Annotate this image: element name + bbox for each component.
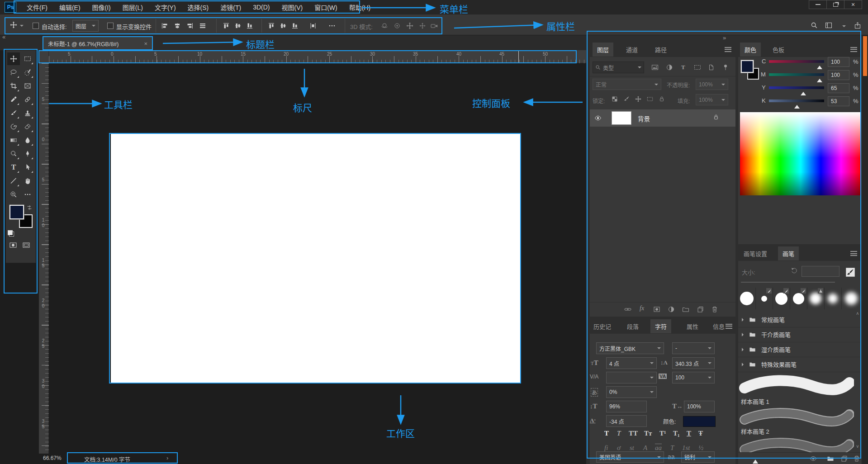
- zoom-level[interactable]: 66.67%: [43, 455, 62, 461]
- swash-button[interactable]: A: [643, 444, 647, 452]
- tab-color[interactable]: 颜色: [740, 43, 761, 57]
- brush-group-dry[interactable]: 干介质画笔: [738, 327, 861, 342]
- new-brush-icon[interactable]: [840, 455, 848, 462]
- channel-c-slider[interactable]: [769, 60, 824, 63]
- 3d-camera-icon[interactable]: [431, 22, 438, 29]
- document-tab[interactable]: 未标题-1 @ 66.7%(RGB/8#) ×: [43, 37, 152, 50]
- channel-y-field[interactable]: 65: [828, 83, 849, 93]
- brush-reset-icon[interactable]: [791, 267, 798, 274]
- color-fg-swatch[interactable]: [741, 60, 754, 73]
- lock-pixels-icon[interactable]: [623, 96, 630, 102]
- share-icon[interactable]: [854, 22, 861, 29]
- sample-brush-1-label[interactable]: 样本画笔 1: [741, 397, 769, 406]
- leading-dropdown[interactable]: 340.33 点: [672, 357, 715, 369]
- brush-size-field[interactable]: [802, 266, 840, 277]
- tab-character[interactable]: 字符: [650, 319, 671, 333]
- tool-type[interactable]: T: [7, 161, 20, 174]
- tool-crop[interactable]: [7, 80, 20, 92]
- menu-file[interactable]: 文件(F): [21, 3, 53, 12]
- brush-preset-hard-round[interactable]: [738, 288, 756, 309]
- tool-blur[interactable]: [21, 134, 34, 147]
- minimize-button[interactable]: [809, 0, 827, 9]
- menu-select[interactable]: 选择(S): [182, 3, 215, 12]
- brush-preset-pressure-size[interactable]: [773, 288, 790, 309]
- collapse-right-icon[interactable]: »: [723, 34, 726, 41]
- ps-logo[interactable]: Ps: [5, 2, 16, 13]
- screen-mode-icon[interactable]: [23, 241, 30, 249]
- sample-brush-2-label[interactable]: 样本画笔 2: [741, 427, 769, 436]
- tab-close-icon[interactable]: ×: [144, 40, 147, 47]
- channel-c-thumb[interactable]: [817, 63, 822, 69]
- tool-frame[interactable]: [21, 80, 34, 92]
- tool-brush[interactable]: [7, 107, 20, 119]
- collapse-left-icon[interactable]: «: [2, 33, 5, 40]
- brush-list-scroll-up-icon[interactable]: ˄: [856, 311, 859, 316]
- tab-brushes[interactable]: 画笔: [778, 246, 799, 260]
- horizontal-scale-field[interactable]: 100%: [684, 401, 715, 412]
- tool-history-brush[interactable]: [7, 120, 20, 133]
- brush-preset-soft-round-lg[interactable]: [841, 288, 862, 309]
- tab-paragraph[interactable]: 段落: [624, 319, 641, 333]
- menu-image[interactable]: 图像(I): [86, 3, 117, 12]
- character-menu-icon[interactable]: [726, 324, 732, 329]
- menu-layer[interactable]: 图层(L): [117, 3, 149, 12]
- channel-m-slider[interactable]: [769, 73, 824, 76]
- lock-all-icon[interactable]: [659, 96, 665, 102]
- tool-pen[interactable]: [21, 147, 34, 160]
- faux-italic-button[interactable]: T: [617, 430, 621, 437]
- preview-size-slider[interactable]: [742, 458, 795, 459]
- tab-channels[interactable]: 通道: [621, 43, 642, 57]
- lock-artboard-icon[interactable]: [647, 96, 653, 102]
- channel-m-field[interactable]: 100: [828, 70, 849, 80]
- show-transform-checkbox[interactable]: [107, 23, 114, 29]
- align-middle-icon[interactable]: [234, 22, 242, 29]
- brush-size-slider[interactable]: [741, 282, 835, 283]
- stylistic-alt-button[interactable]: aa: [655, 444, 662, 452]
- tool-marquee[interactable]: [21, 52, 34, 65]
- tsume-dropdown[interactable]: 0%: [606, 386, 657, 398]
- vertical-scale-field[interactable]: 96%: [606, 401, 647, 412]
- 3d-orbit-icon[interactable]: [381, 22, 388, 29]
- fill-dropdown[interactable]: 100%: [696, 94, 728, 105]
- sample-brush-1-stroke[interactable]: [738, 374, 854, 396]
- align-right-icon[interactable]: [186, 22, 194, 29]
- distribute-horizontal-icon[interactable]: [309, 22, 317, 29]
- move-tool-caret-icon[interactable]: [20, 25, 24, 28]
- brush-group-general[interactable]: 常规画笔: [738, 312, 861, 327]
- swap-colors-icon[interactable]: [26, 204, 33, 211]
- channel-m-thumb[interactable]: [817, 76, 822, 82]
- small-caps-button[interactable]: Tᴛ: [644, 430, 652, 437]
- brush-preset-pressure-opacity[interactable]: [790, 288, 807, 309]
- tool-move[interactable]: [7, 52, 20, 65]
- expand-icon[interactable]: [742, 333, 745, 336]
- menu-window[interactable]: 窗口(W): [308, 3, 343, 12]
- foreground-color-swatch[interactable]: [9, 205, 24, 219]
- adjustment-layer-icon[interactable]: [668, 306, 675, 313]
- font-family-dropdown[interactable]: 方正黑体_GBK: [596, 342, 664, 354]
- link-layers-icon[interactable]: [624, 306, 631, 313]
- close-button[interactable]: ×: [844, 0, 862, 9]
- canvas-document[interactable]: [111, 134, 521, 383]
- lock-transparent-icon[interactable]: [612, 96, 618, 102]
- expand-icon[interactable]: [742, 363, 745, 366]
- tool-quick-select[interactable]: [21, 66, 34, 79]
- tab-layers[interactable]: 图层: [593, 43, 613, 57]
- delete-layer-icon[interactable]: [711, 306, 718, 313]
- align-bottom-icon[interactable]: [246, 22, 253, 29]
- more-options-icon[interactable]: [328, 22, 336, 29]
- ligatures-button[interactable]: fi: [604, 444, 608, 452]
- brush-preview-toggle-icon[interactable]: [810, 455, 817, 462]
- expand-icon[interactable]: [742, 348, 745, 351]
- tool-lasso[interactable]: [7, 66, 20, 79]
- discretionary-lig-button[interactable]: st: [630, 444, 634, 452]
- baseline-field[interactable]: -34 点: [606, 415, 647, 427]
- move-tool-icon[interactable]: [10, 21, 17, 28]
- dock-scrollbar-thumb[interactable]: [863, 36, 867, 76]
- filter-adjustment-icon[interactable]: [666, 64, 673, 71]
- 3d-roll-icon[interactable]: [394, 22, 401, 29]
- superscript-button[interactable]: T¹: [659, 430, 666, 437]
- color-spectrum[interactable]: [740, 112, 861, 195]
- tool-hand[interactable]: [21, 175, 34, 187]
- filter-image-icon[interactable]: [651, 64, 659, 71]
- titling-alt-button[interactable]: T: [670, 444, 674, 452]
